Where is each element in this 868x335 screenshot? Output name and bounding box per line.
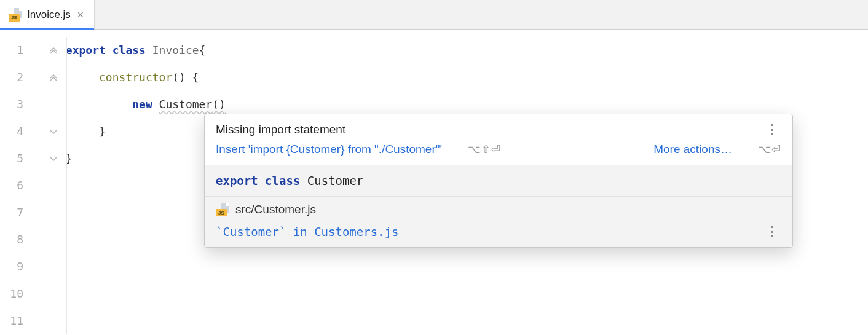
line-number: 6 [17,179,23,192]
popup-body: export class Customer JS src/Customer.js… [205,165,792,247]
intention-popup: Missing import statement ⋮ Insert 'impor… [204,114,793,248]
line-number: 4 [17,125,23,138]
code-line: } [59,118,226,145]
tab-bar: JS Invoice.js ✕ [0,0,868,30]
fold-icon[interactable] [49,73,58,82]
tab-invoice-js[interactable]: JS Invoice.js ✕ [0,0,95,29]
popup-title: Missing import statement [216,123,345,136]
js-file-icon: JS [9,8,22,22]
quickfix-insert-import[interactable]: Insert 'import {Customer} from "./Custom… [216,143,442,156]
close-icon[interactable]: ✕ [76,9,85,21]
popup-header: Missing import statement ⋮ Insert 'impor… [205,114,792,165]
js-file-icon: JS [216,203,229,216]
fold-close-icon[interactable] [49,127,58,136]
fold-close-icon[interactable] [49,154,58,163]
tab-filename: Invoice.js [27,9,71,21]
line-number: 8 [17,233,23,246]
more-menu-icon[interactable]: ⋮ [763,226,781,237]
line-number: 3 [17,98,23,111]
code-line: constructor() { [59,64,226,91]
line-number: 1 [17,44,23,57]
fold-icon[interactable] [49,46,58,55]
line-number-gutter: 1 2 3 4 5 6 7 8 9 10 11 [0,30,59,334]
code-area[interactable]: export class Invoice{ constructor() { ne… [59,30,226,334]
line-number: 11 [10,314,23,327]
line-number: 5 [17,152,23,165]
declaration-preview: export class Customer [205,165,792,197]
reference-link[interactable]: `Customer` in Customers.js [216,225,398,238]
code-line: } [59,145,226,172]
line-number: 2 [17,71,23,84]
code-line: export class Invoice{ [59,37,226,64]
line-number: 9 [17,260,23,273]
code-line: new Customer() [59,91,226,118]
more-menu-icon[interactable]: ⋮ [763,124,781,135]
location-path: src/Customer.js [235,203,316,216]
location-row[interactable]: JS src/Customer.js [205,197,792,220]
shortcut-hint: ⌥⇧⏎ [468,143,501,156]
line-number: 10 [10,287,23,300]
shortcut-hint: ⌥⏎ [758,143,781,156]
line-number: 7 [17,206,23,219]
more-actions-link[interactable]: More actions… [653,143,732,156]
